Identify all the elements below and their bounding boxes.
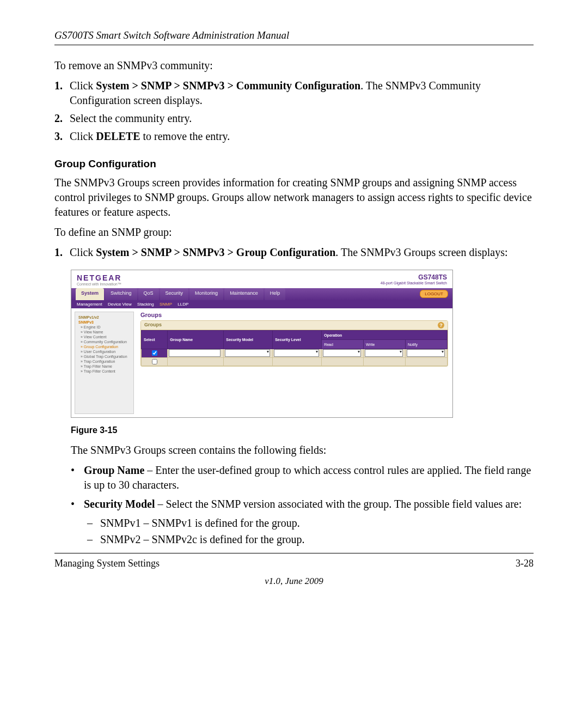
sidebar-item-group-config[interactable]: » Group Configuration: [81, 345, 130, 349]
read-select[interactable]: [323, 349, 361, 357]
page-title: Groups: [140, 312, 448, 318]
field-label: Security Model: [84, 498, 155, 510]
step-text: Click: [70, 246, 96, 258]
sec-level-select[interactable]: [274, 349, 319, 357]
tab-maintenance[interactable]: Maintenance: [224, 288, 264, 300]
sidebar-cat-snmpv12[interactable]: SNMPv1/v2: [78, 315, 130, 319]
step-text: Click: [70, 130, 96, 142]
step-bold: DELETE: [96, 130, 140, 142]
sidebar-item-trap-filter-content[interactable]: » Trap Filter Content: [81, 369, 130, 373]
groups-table: Select Group Name Security Model Securit…: [141, 330, 448, 366]
step-post: to remove the entry.: [140, 130, 230, 142]
help-icon[interactable]: ?: [438, 322, 444, 328]
tab-qos[interactable]: QoS: [138, 288, 159, 300]
field-security-model: Security Model – Select the SNMP version…: [71, 497, 534, 547]
tab-monitoring[interactable]: Monitoring: [189, 288, 223, 300]
model-name: GS748TS: [381, 273, 447, 281]
footer-center: v1.0, June 2009: [54, 576, 534, 587]
sec-model-select[interactable]: [225, 349, 270, 357]
table-row: [142, 358, 448, 366]
subfield-snmpv1: SNMPv1 – SNMPv1 is defined for the group…: [84, 515, 534, 531]
group-name-input[interactable]: [169, 349, 220, 357]
sidebar-item-global-trap[interactable]: » Global Trap Configuration: [81, 355, 130, 358]
intro-remove: To remove an SNMPv3 community:: [54, 58, 534, 73]
step-bold: System > SNMP > SNMPv3 > Group Configura…: [96, 246, 335, 258]
intro-define: To define an SNMP group:: [54, 225, 534, 240]
field-label: Group Name: [84, 464, 144, 476]
step-num: 2.: [54, 111, 63, 126]
app-window: NETGEAR Connect with Innovation™ GS748TS…: [71, 270, 453, 418]
col-sec-level: Security Level: [273, 331, 322, 349]
screenshot-figure: NETGEAR Connect with Innovation™ GS748TS…: [71, 270, 534, 418]
col-write: Write: [364, 340, 406, 349]
tab-help[interactable]: Help: [265, 288, 286, 300]
footer-right: 3-28: [516, 558, 534, 569]
logout-button[interactable]: LOGOUT: [420, 290, 448, 298]
subtab-snmp[interactable]: SNMP: [160, 302, 172, 307]
panel-title: Groups: [144, 322, 162, 328]
tab-security[interactable]: Security: [160, 288, 189, 300]
step-num: 1.: [54, 245, 63, 260]
step-text: Select the community entry.: [70, 112, 192, 124]
sidebar-item-user-config[interactable]: » User Configuration: [81, 350, 130, 354]
subtab-management[interactable]: Management: [77, 302, 102, 307]
brand-logo: NETGEAR: [77, 273, 121, 282]
write-select[interactable]: [365, 349, 403, 357]
sidebar-item-community-config[interactable]: » Community Configuration: [81, 340, 130, 344]
field-text: – Enter the user-defined group to which …: [84, 464, 531, 491]
doc-header: GS700TS Smart Switch Software Administra…: [54, 29, 534, 41]
step-bold: System > SNMP > SNMPv3 > Community Confi…: [96, 80, 360, 92]
steps-remove: 1. Click System > SNMP > SNMPv3 > Commun…: [54, 78, 534, 144]
main-tabs: System Switching QoS Security Monitoring…: [71, 288, 452, 300]
subtab-device-view[interactable]: Device View: [108, 302, 132, 307]
fields-list: Group Name – Enter the user-defined grou…: [71, 463, 534, 547]
row-select-checkbox[interactable]: [152, 359, 157, 364]
section-heading: Group Configuration: [54, 158, 534, 170]
step-num: 3.: [54, 129, 63, 144]
step-post: . The SNMPv3 Groups screen displays:: [335, 246, 507, 258]
sidebar-item-trap-filter-name[interactable]: » Trap Filter Name: [81, 364, 130, 368]
col-notify: Notify: [406, 340, 448, 349]
field-text: – Select the SNMP version associated wit…: [155, 498, 522, 510]
steps-define: 1. Click System > SNMP > SNMPv3 > Group …: [54, 245, 534, 260]
after-figure-para: The SNMPv3 Groups screen contains the fo…: [71, 443, 534, 458]
sidebar-item-view-name[interactable]: » View Name: [81, 330, 130, 334]
table-row: [142, 349, 448, 358]
footer-left: Managing System Settings: [54, 558, 160, 569]
sidebar-item-engine-id[interactable]: » Engine ID: [81, 325, 130, 329]
col-select: Select: [142, 331, 168, 349]
subtab-lldp[interactable]: LLDP: [177, 302, 188, 307]
rule-bottom: [54, 553, 534, 553]
groups-panel: Groups ? Select Group Name Security Mode…: [140, 320, 448, 367]
notify-select[interactable]: [407, 349, 445, 357]
row-select-checkbox[interactable]: [152, 350, 157, 356]
model-sub: 48-port Gigabit Stackable Smart Switch: [381, 281, 447, 285]
brand-tagline: Connect with Innovation™: [77, 282, 121, 286]
step-num: 1.: [54, 78, 63, 93]
step-text: Click: [70, 80, 96, 92]
sub-tabs: Management Device View Stacking SNMP LLD…: [71, 300, 452, 308]
field-group-name: Group Name – Enter the user-defined grou…: [71, 463, 534, 492]
sidebar: SNMPv1/v2 SNMPv3 » Engine ID » View Name…: [75, 312, 134, 414]
figure-caption: Figure 3-15: [71, 425, 534, 435]
subfield-snmpv2: SNMPv2 – SNMPv2c is defined for the grou…: [84, 531, 534, 547]
tab-system[interactable]: System: [76, 288, 104, 300]
sidebar-item-view-content[interactable]: » View Content: [81, 335, 130, 339]
subtab-stacking[interactable]: Stacking: [137, 302, 154, 307]
rule-top: [54, 45, 534, 45]
col-read: Read: [322, 340, 364, 349]
sidebar-cat-snmpv3[interactable]: SNMPv3: [78, 320, 130, 324]
col-group-name: Group Name: [168, 331, 224, 349]
col-operation: Operation: [322, 331, 448, 340]
tab-switching[interactable]: Switching: [105, 288, 137, 300]
col-sec-model: Security Model: [224, 331, 273, 349]
subfields-list: SNMPv1 – SNMPv1 is defined for the group…: [84, 515, 534, 547]
section-para: The SNMPv3 Groups screen provides inform…: [54, 175, 534, 220]
sidebar-item-trap-config[interactable]: » Trap Configuration: [81, 360, 130, 363]
